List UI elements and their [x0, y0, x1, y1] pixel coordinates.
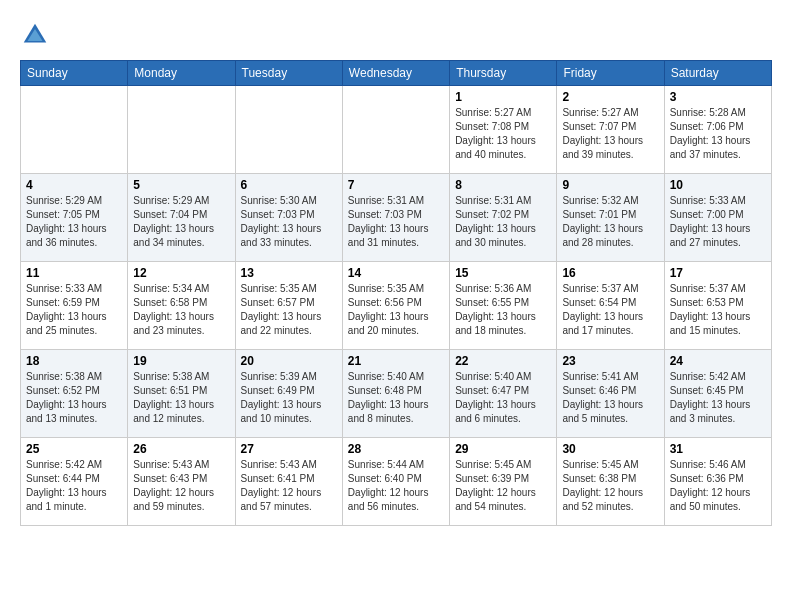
day-number: 8 — [455, 178, 551, 192]
day-info: Sunrise: 5:33 AM Sunset: 6:59 PM Dayligh… — [26, 282, 122, 338]
day-number: 12 — [133, 266, 229, 280]
day-number: 9 — [562, 178, 658, 192]
day-info: Sunrise: 5:40 AM Sunset: 6:47 PM Dayligh… — [455, 370, 551, 426]
day-info: Sunrise: 5:39 AM Sunset: 6:49 PM Dayligh… — [241, 370, 337, 426]
calendar-cell: 23Sunrise: 5:41 AM Sunset: 6:46 PM Dayli… — [557, 350, 664, 438]
day-info: Sunrise: 5:45 AM Sunset: 6:38 PM Dayligh… — [562, 458, 658, 514]
day-info: Sunrise: 5:45 AM Sunset: 6:39 PM Dayligh… — [455, 458, 551, 514]
day-info: Sunrise: 5:33 AM Sunset: 7:00 PM Dayligh… — [670, 194, 766, 250]
day-number: 25 — [26, 442, 122, 456]
calendar-cell: 19Sunrise: 5:38 AM Sunset: 6:51 PM Dayli… — [128, 350, 235, 438]
day-number: 23 — [562, 354, 658, 368]
calendar-cell: 12Sunrise: 5:34 AM Sunset: 6:58 PM Dayli… — [128, 262, 235, 350]
calendar-table: SundayMondayTuesdayWednesdayThursdayFrid… — [20, 60, 772, 526]
calendar-cell: 31Sunrise: 5:46 AM Sunset: 6:36 PM Dayli… — [664, 438, 771, 526]
day-number: 3 — [670, 90, 766, 104]
day-info: Sunrise: 5:40 AM Sunset: 6:48 PM Dayligh… — [348, 370, 444, 426]
calendar-cell: 2Sunrise: 5:27 AM Sunset: 7:07 PM Daylig… — [557, 86, 664, 174]
calendar-cell: 3Sunrise: 5:28 AM Sunset: 7:06 PM Daylig… — [664, 86, 771, 174]
calendar-week-row: 1Sunrise: 5:27 AM Sunset: 7:08 PM Daylig… — [21, 86, 772, 174]
calendar-week-row: 18Sunrise: 5:38 AM Sunset: 6:52 PM Dayli… — [21, 350, 772, 438]
calendar-week-row: 11Sunrise: 5:33 AM Sunset: 6:59 PM Dayli… — [21, 262, 772, 350]
logo — [20, 20, 54, 50]
calendar-cell: 13Sunrise: 5:35 AM Sunset: 6:57 PM Dayli… — [235, 262, 342, 350]
day-info: Sunrise: 5:29 AM Sunset: 7:04 PM Dayligh… — [133, 194, 229, 250]
day-info: Sunrise: 5:38 AM Sunset: 6:51 PM Dayligh… — [133, 370, 229, 426]
day-number: 18 — [26, 354, 122, 368]
day-number: 11 — [26, 266, 122, 280]
calendar-cell: 24Sunrise: 5:42 AM Sunset: 6:45 PM Dayli… — [664, 350, 771, 438]
day-info: Sunrise: 5:29 AM Sunset: 7:05 PM Dayligh… — [26, 194, 122, 250]
day-number: 6 — [241, 178, 337, 192]
calendar-cell: 21Sunrise: 5:40 AM Sunset: 6:48 PM Dayli… — [342, 350, 449, 438]
day-number: 13 — [241, 266, 337, 280]
calendar-cell: 26Sunrise: 5:43 AM Sunset: 6:43 PM Dayli… — [128, 438, 235, 526]
calendar-cell: 27Sunrise: 5:43 AM Sunset: 6:41 PM Dayli… — [235, 438, 342, 526]
calendar-cell: 5Sunrise: 5:29 AM Sunset: 7:04 PM Daylig… — [128, 174, 235, 262]
weekday-header: Wednesday — [342, 61, 449, 86]
day-info: Sunrise: 5:35 AM Sunset: 6:57 PM Dayligh… — [241, 282, 337, 338]
day-info: Sunrise: 5:42 AM Sunset: 6:44 PM Dayligh… — [26, 458, 122, 514]
day-number: 1 — [455, 90, 551, 104]
day-number: 7 — [348, 178, 444, 192]
day-number: 30 — [562, 442, 658, 456]
day-info: Sunrise: 5:41 AM Sunset: 6:46 PM Dayligh… — [562, 370, 658, 426]
calendar-cell: 1Sunrise: 5:27 AM Sunset: 7:08 PM Daylig… — [450, 86, 557, 174]
day-info: Sunrise: 5:43 AM Sunset: 6:43 PM Dayligh… — [133, 458, 229, 514]
day-number: 17 — [670, 266, 766, 280]
day-number: 29 — [455, 442, 551, 456]
day-info: Sunrise: 5:34 AM Sunset: 6:58 PM Dayligh… — [133, 282, 229, 338]
weekday-header: Friday — [557, 61, 664, 86]
calendar-cell — [21, 86, 128, 174]
calendar-cell: 4Sunrise: 5:29 AM Sunset: 7:05 PM Daylig… — [21, 174, 128, 262]
calendar-cell: 29Sunrise: 5:45 AM Sunset: 6:39 PM Dayli… — [450, 438, 557, 526]
day-info: Sunrise: 5:31 AM Sunset: 7:02 PM Dayligh… — [455, 194, 551, 250]
calendar-cell: 7Sunrise: 5:31 AM Sunset: 7:03 PM Daylig… — [342, 174, 449, 262]
calendar-cell: 9Sunrise: 5:32 AM Sunset: 7:01 PM Daylig… — [557, 174, 664, 262]
calendar-cell: 11Sunrise: 5:33 AM Sunset: 6:59 PM Dayli… — [21, 262, 128, 350]
day-info: Sunrise: 5:37 AM Sunset: 6:54 PM Dayligh… — [562, 282, 658, 338]
day-info: Sunrise: 5:38 AM Sunset: 6:52 PM Dayligh… — [26, 370, 122, 426]
calendar-week-row: 4Sunrise: 5:29 AM Sunset: 7:05 PM Daylig… — [21, 174, 772, 262]
day-number: 16 — [562, 266, 658, 280]
weekday-header: Saturday — [664, 61, 771, 86]
day-number: 31 — [670, 442, 766, 456]
day-info: Sunrise: 5:36 AM Sunset: 6:55 PM Dayligh… — [455, 282, 551, 338]
calendar-cell — [235, 86, 342, 174]
day-info: Sunrise: 5:42 AM Sunset: 6:45 PM Dayligh… — [670, 370, 766, 426]
calendar-cell: 18Sunrise: 5:38 AM Sunset: 6:52 PM Dayli… — [21, 350, 128, 438]
day-info: Sunrise: 5:32 AM Sunset: 7:01 PM Dayligh… — [562, 194, 658, 250]
calendar-cell: 16Sunrise: 5:37 AM Sunset: 6:54 PM Dayli… — [557, 262, 664, 350]
calendar-cell — [128, 86, 235, 174]
calendar-cell: 15Sunrise: 5:36 AM Sunset: 6:55 PM Dayli… — [450, 262, 557, 350]
calendar-cell: 14Sunrise: 5:35 AM Sunset: 6:56 PM Dayli… — [342, 262, 449, 350]
weekday-header-row: SundayMondayTuesdayWednesdayThursdayFrid… — [21, 61, 772, 86]
calendar-cell: 6Sunrise: 5:30 AM Sunset: 7:03 PM Daylig… — [235, 174, 342, 262]
calendar-cell: 17Sunrise: 5:37 AM Sunset: 6:53 PM Dayli… — [664, 262, 771, 350]
day-number: 28 — [348, 442, 444, 456]
calendar-week-row: 25Sunrise: 5:42 AM Sunset: 6:44 PM Dayli… — [21, 438, 772, 526]
day-info: Sunrise: 5:44 AM Sunset: 6:40 PM Dayligh… — [348, 458, 444, 514]
day-number: 22 — [455, 354, 551, 368]
calendar-cell: 10Sunrise: 5:33 AM Sunset: 7:00 PM Dayli… — [664, 174, 771, 262]
calendar-cell: 25Sunrise: 5:42 AM Sunset: 6:44 PM Dayli… — [21, 438, 128, 526]
day-number: 2 — [562, 90, 658, 104]
calendar-cell: 20Sunrise: 5:39 AM Sunset: 6:49 PM Dayli… — [235, 350, 342, 438]
day-info: Sunrise: 5:28 AM Sunset: 7:06 PM Dayligh… — [670, 106, 766, 162]
weekday-header: Thursday — [450, 61, 557, 86]
calendar-cell: 8Sunrise: 5:31 AM Sunset: 7:02 PM Daylig… — [450, 174, 557, 262]
day-info: Sunrise: 5:31 AM Sunset: 7:03 PM Dayligh… — [348, 194, 444, 250]
day-info: Sunrise: 5:37 AM Sunset: 6:53 PM Dayligh… — [670, 282, 766, 338]
day-info: Sunrise: 5:35 AM Sunset: 6:56 PM Dayligh… — [348, 282, 444, 338]
day-number: 24 — [670, 354, 766, 368]
weekday-header: Tuesday — [235, 61, 342, 86]
day-info: Sunrise: 5:46 AM Sunset: 6:36 PM Dayligh… — [670, 458, 766, 514]
day-number: 21 — [348, 354, 444, 368]
day-number: 26 — [133, 442, 229, 456]
day-info: Sunrise: 5:27 AM Sunset: 7:07 PM Dayligh… — [562, 106, 658, 162]
day-number: 15 — [455, 266, 551, 280]
weekday-header: Sunday — [21, 61, 128, 86]
day-info: Sunrise: 5:30 AM Sunset: 7:03 PM Dayligh… — [241, 194, 337, 250]
day-number: 27 — [241, 442, 337, 456]
calendar-cell: 28Sunrise: 5:44 AM Sunset: 6:40 PM Dayli… — [342, 438, 449, 526]
